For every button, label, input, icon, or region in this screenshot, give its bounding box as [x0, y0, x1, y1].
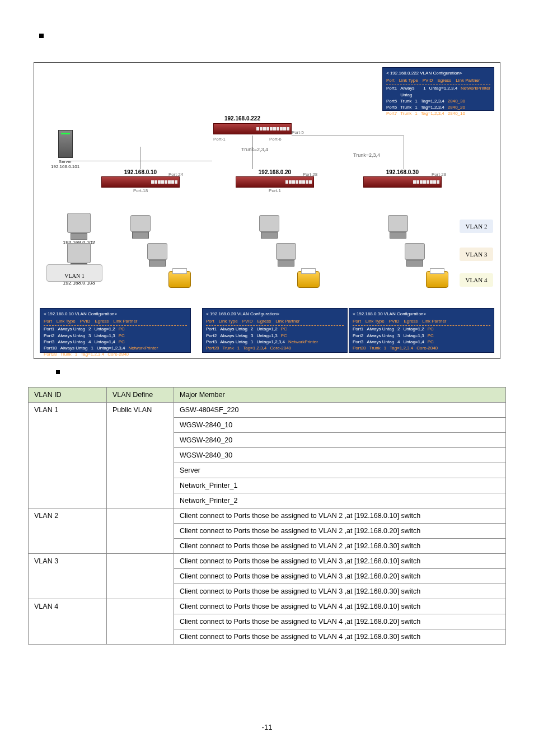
cell-vlan-id: VLAN 2 [29, 508, 107, 554]
switch-core [213, 123, 292, 134]
cell-vlan-id: VLAN 4 [29, 599, 107, 645]
vlan-badge-1: VLAN 1 [46, 264, 102, 282]
th-vlan-id: VLAN ID [29, 388, 107, 403]
vlan-badge-3: VLAN 3 [460, 248, 493, 261]
bullet-sub [56, 370, 60, 374]
trunk-label: Trunk=2,3,4 [353, 152, 380, 158]
cfg-row: Port28Trunk1Tag=1,2,3,4Core-2840 [44, 351, 187, 357]
table-row: VLAN 1Public VLANGSW-4804SF_220 [29, 403, 506, 418]
pc-icon [404, 243, 426, 267]
th-vlan-define: VLAN Define [107, 388, 174, 403]
cell-member: Server [174, 463, 506, 478]
printer-icon [168, 271, 191, 288]
cfg-row: Port28Trunk1Tag=1,2,3,4Core-2840 [353, 345, 490, 351]
cfg-panel-30: < 192.168.0.30 VLAN Configuration> Port … [349, 308, 494, 353]
vlan-badge-2: VLAN 2 [460, 220, 493, 233]
cell-vlan-id: VLAN 1 [29, 403, 107, 508]
port-label: Port-1 [213, 137, 226, 142]
cfg-row: Port28Trunk1Tag=1,2,3,4Core-2840 [206, 345, 344, 351]
server-ip: 192.168.0.101 [51, 164, 79, 169]
cell-vlan-define [107, 554, 174, 599]
cfg-row: Port1Always Untag2Untag=1,2PC [353, 326, 490, 332]
cfg-title: < 192.168.0.222 VLAN Configuration> [386, 70, 490, 76]
cfg-row: Port3Always Untag4Untag=1,4PC [353, 339, 490, 345]
printer-icon [297, 271, 320, 288]
cfg-row: Port2Always Untag3Untag=1,3PC [44, 333, 187, 339]
switch-30 [363, 176, 442, 188]
cell-vlan-define: Public VLAN [107, 403, 174, 508]
link-line [140, 147, 141, 169]
cfg-row: Port7Trunk1Tag=1,2,3,42840_10 [386, 110, 490, 116]
cfg-row: Port1Always Untag2Untag=1,2PC [206, 326, 344, 332]
cfg-row: Port2Always Untag3Untag=1,3PC [206, 333, 344, 339]
printer-icon [426, 271, 448, 288]
cell-vlan-id: VLAN 3 [29, 554, 107, 599]
cell-member: Client connect to Ports those be assigne… [174, 508, 506, 524]
cell-member: Client connect to Ports those be assigne… [174, 599, 506, 614]
port-label: Port-5 [292, 130, 304, 135]
cell-member: Network_Printer_1 [174, 478, 506, 493]
cell-member: Network_Printer_2 [174, 493, 506, 508]
table-body: VLAN 1Public VLANGSW-4804SF_220WGSW-2840… [29, 403, 506, 645]
switch-20 [236, 176, 314, 188]
cfg-row: Port1Always Untag2Untag=1,2PC [44, 326, 187, 332]
pc-icon [129, 215, 152, 239]
server-icon [58, 130, 73, 158]
cfg-rows-20: Port1Always Untag2Untag=1,2PCPort2Always… [206, 326, 344, 351]
link-line [404, 136, 404, 169]
cfg-row: Port18Always Untag1Untag=1,2,3,4NetworkP… [44, 345, 187, 351]
network-diagram: < 192.168.0.222 VLAN Configuration> Port… [34, 62, 500, 359]
trunk-label: Trunk=2,3,4 [241, 147, 268, 152]
port-label: Port-24 [168, 172, 183, 177]
cfg-panel-10: < 192.168.0.10 VLAN Configuration> Port … [40, 308, 191, 353]
pc-icon [258, 215, 280, 239]
pc-icon [387, 215, 409, 239]
table-header-row: VLAN ID VLAN Define Major Member [29, 388, 506, 403]
cfg-row: Port2Always Untag3Untag=1,3PC [353, 333, 490, 339]
cell-vlan-define [107, 599, 174, 645]
cfg-rows-30: Port1Always Untag2Untag=1,2PCPort2Always… [353, 326, 490, 351]
server-label: Server [51, 159, 79, 164]
pc-icon [275, 243, 297, 267]
page-number: -11 [28, 723, 506, 731]
cell-member: Client connect to Ports those be assigne… [174, 614, 506, 629]
cfg-rows-10: Port1Always Untag2Untag=1,2PCPort2Always… [44, 326, 187, 357]
vlan-badge-4: VLAN 4 [460, 273, 493, 287]
ip-label-top: 192.168.0.222 [224, 115, 260, 122]
table-row: VLAN 4Client connect to Ports those be a… [29, 599, 506, 614]
cfg-row: Port6Trunk1Tag=1,2,3,42840_20 [386, 104, 490, 110]
cfg-row: Port3Always Untag1Untag=1,2,3,4NetworkPr… [206, 339, 344, 345]
cell-member: WGSW-2840_20 [174, 433, 506, 448]
ip-label: 192.168.0.10 [101, 169, 180, 175]
ip-label: 192.168.0.20 [236, 169, 314, 175]
table-row: VLAN 2Client connect to Ports those be a… [29, 508, 506, 524]
th-major-member: Major Member [174, 388, 506, 403]
port-label: Port-1 [269, 188, 281, 193]
link-line [67, 161, 212, 161]
cfg-row: Port1Always Untag1Untag=1,2,3,4NetworkPr… [386, 85, 490, 97]
link-line [292, 136, 404, 136]
document-page: < 192.168.0.222 VLAN Configuration> Port… [0, 0, 534, 754]
cell-member: Client connect to Ports those be assigne… [174, 554, 506, 569]
link-line [252, 136, 253, 169]
cell-member: Client connect to Ports those be assigne… [174, 569, 506, 584]
ip-label: 192.168.0.30 [363, 169, 442, 175]
cell-member: Client connect to Ports those be assigne… [174, 584, 506, 599]
cell-member: WGSW-2840_30 [174, 448, 506, 463]
table-row: VLAN 3Client connect to Ports those be a… [29, 554, 506, 569]
cfg-panel-222: < 192.168.0.222 VLAN Configuration> Port… [382, 67, 494, 111]
pc-node-102: 192.168.0.102 [51, 213, 107, 245]
cfg-row: Port3Always Untag4Untag=1,4PC [44, 339, 187, 345]
cell-member: Client connect to Ports those be assigne… [174, 539, 506, 554]
port-label: Port-28 [432, 172, 446, 177]
cfg-row: Port5Trunk1Tag=1,2,3,42840_30 [386, 98, 490, 104]
port-label: Port-6 [269, 137, 282, 142]
cfg-panel-20: < 192.168.0.20 VLAN Configuration> Port … [202, 308, 348, 353]
switch-10 [101, 176, 180, 188]
port-label: Port-18 [133, 188, 148, 193]
cfg-rows-222: Port1Always Untag1Untag=1,2,3,4NetworkPr… [386, 85, 490, 116]
cell-member: GSW-4804SF_220 [174, 403, 506, 418]
pc-icon [146, 243, 168, 267]
vlan-table: VLAN ID VLAN Define Major Member VLAN 1P… [28, 387, 506, 645]
cell-vlan-define [107, 508, 174, 554]
